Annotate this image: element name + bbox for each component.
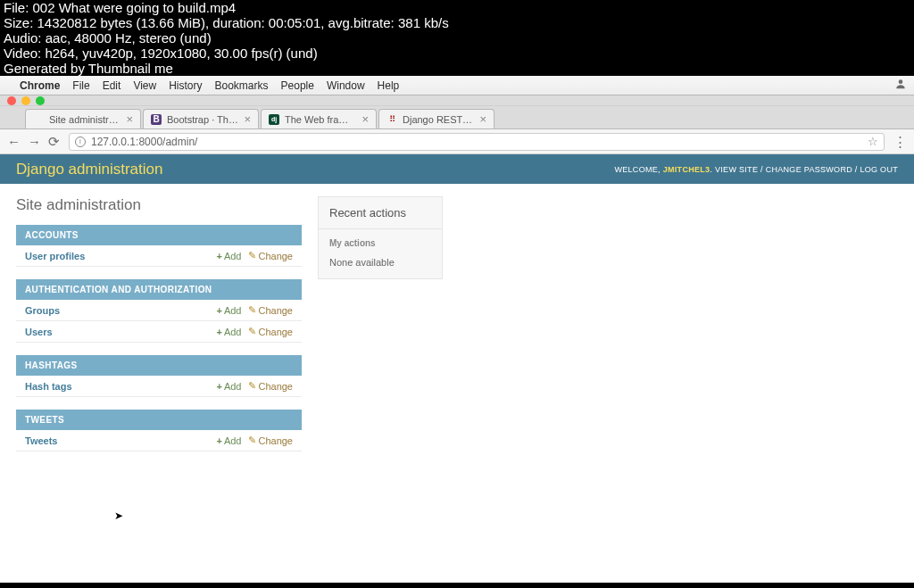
model-row-user-profiles: User profiles +Add ✎Change: [16, 245, 302, 267]
tab-strip: Site administration | Django a × B Boots…: [0, 106, 914, 129]
my-actions-label: My actions: [319, 229, 442, 257]
username: JMITCHEL3: [663, 165, 710, 174]
model-name-link[interactable]: Groups: [25, 305, 209, 316]
browser-menu-icon[interactable]: ⋮: [893, 134, 907, 150]
window-minimize-button[interactable]: [21, 96, 30, 105]
overlay-line-generator: Generated by Thumbnail me: [4, 61, 910, 76]
plus-icon: +: [216, 327, 221, 337]
window-close-button[interactable]: [7, 96, 16, 105]
browser-toolbar: ← → ⟳ i 127.0.0.1:8000/admin/ ☆ ⋮: [0, 129, 914, 154]
overlay-line-audio: Audio: aac, 48000 Hz, stereo (und): [4, 30, 910, 46]
tab-title: Bootstrap · The world's most: [167, 114, 238, 125]
module-header[interactable]: HASHTAGS: [16, 355, 302, 376]
model-row-groups: Groups +Add ✎Change: [16, 300, 302, 321]
model-row-hashtags: Hash tags +Add ✎Change: [16, 376, 302, 397]
browser-tab-bootstrap[interactable]: B Bootstrap · The world's most ×: [143, 109, 259, 128]
app-module-auth: AUTHENTICATION AND AUTHORIZATION Groups …: [16, 279, 302, 343]
menu-help[interactable]: Help: [378, 79, 400, 92]
model-name-link[interactable]: Tweets: [25, 435, 209, 446]
menu-window[interactable]: Window: [327, 79, 365, 92]
reload-button[interactable]: ⟳: [48, 134, 60, 150]
add-link[interactable]: +Add: [216, 251, 241, 261]
model-name-link[interactable]: Hash tags: [25, 381, 209, 392]
module-header[interactable]: TWEETS: [16, 410, 302, 430]
django-header: Django administration WELCOME, JMITCHEL3…: [0, 154, 914, 184]
recent-actions-header: Recent actions: [319, 197, 442, 229]
menu-file[interactable]: File: [72, 79, 89, 92]
model-name-link[interactable]: Users: [25, 327, 209, 337]
model-row-tweets: Tweets +Add ✎Change: [16, 430, 302, 451]
add-link[interactable]: +Add: [216, 435, 241, 446]
user-profile-icon[interactable]: [894, 78, 907, 93]
overlay-line-size: Size: 14320812 bytes (13.66 MiB), durati…: [4, 15, 910, 30]
model-row-users: Users +Add ✎Change: [16, 321, 302, 343]
plus-icon: +: [216, 381, 221, 392]
favicon-icon: ⠿: [386, 114, 397, 125]
welcome-text: WELCOME,: [614, 165, 662, 174]
menu-edit[interactable]: Edit: [103, 79, 121, 92]
app-module-hashtags: HASHTAGS Hash tags +Add ✎Change: [16, 355, 302, 397]
user-links: WELCOME, JMITCHEL3. VIEW SITE / CHANGE P…: [614, 165, 898, 174]
module-header[interactable]: ACCOUNTS: [16, 225, 302, 245]
close-icon[interactable]: ×: [126, 112, 133, 126]
close-icon[interactable]: ×: [479, 112, 486, 126]
svg-point-0: [899, 79, 903, 84]
change-link[interactable]: ✎Change: [248, 326, 293, 337]
back-button[interactable]: ←: [7, 134, 21, 150]
change-link[interactable]: ✎Change: [248, 435, 293, 446]
menu-people[interactable]: People: [281, 79, 314, 92]
overlay-line-video: Video: h264, yuv420p, 1920x1080, 30.00 f…: [4, 46, 910, 61]
recent-actions-module: Recent actions My actions None available: [318, 196, 443, 279]
main-column: Site administration ACCOUNTS User profil…: [16, 196, 302, 464]
favicon-icon: [33, 114, 44, 125]
pencil-icon: ✎: [248, 304, 256, 316]
menu-view[interactable]: View: [133, 79, 156, 92]
view-site-link[interactable]: VIEW SITE: [715, 165, 758, 174]
browser-tab-django-admin[interactable]: Site administration | Django a ×: [25, 109, 141, 128]
forward-button[interactable]: →: [28, 134, 41, 150]
favicon-icon: B: [151, 114, 162, 125]
bookmark-star-icon[interactable]: ☆: [868, 135, 878, 148]
logout-link[interactable]: LOG OUT: [860, 165, 898, 174]
pencil-icon: ✎: [248, 435, 256, 446]
change-link[interactable]: ✎Change: [248, 250, 293, 261]
menu-bookmarks[interactable]: Bookmarks: [215, 79, 269, 92]
django-admin-page: Django administration WELCOME, JMITCHEL3…: [0, 154, 914, 583]
pencil-icon: ✎: [248, 326, 256, 337]
module-header[interactable]: AUTHENTICATION AND AUTHORIZATION: [16, 279, 302, 300]
address-bar[interactable]: i 127.0.0.1:8000/admin/ ☆: [69, 133, 885, 151]
mac-menubar: Chrome File Edit View History Bookmarks …: [0, 76, 914, 95]
mouse-cursor-icon: ➤: [114, 509, 123, 522]
site-info-icon[interactable]: i: [75, 137, 86, 147]
change-password-link[interactable]: CHANGE PASSWORD: [766, 165, 852, 174]
menubar-app-name[interactable]: Chrome: [20, 79, 60, 92]
close-icon[interactable]: ×: [244, 112, 251, 126]
overlay-line-file: File: 002 What were going to build.mp4: [4, 0, 910, 15]
tab-title: Site administration | Django a: [49, 114, 120, 125]
browser-tab-drf[interactable]: ⠿ Django REST framework ×: [378, 109, 494, 128]
content-area: Site administration ACCOUNTS User profil…: [0, 184, 914, 476]
video-timestamp: 00:04:07: [859, 570, 908, 584]
change-link[interactable]: ✎Change: [248, 304, 293, 316]
tab-title: The Web framework for perfe: [285, 114, 356, 125]
sidebar-column: Recent actions My actions None available: [318, 196, 443, 464]
plus-icon: +: [216, 435, 221, 446]
window-maximize-button[interactable]: [36, 96, 45, 105]
django-brand[interactable]: Django administration: [16, 161, 162, 178]
menu-history[interactable]: History: [169, 79, 202, 92]
none-available-text: None available: [319, 257, 442, 278]
change-link[interactable]: ✎Change: [248, 380, 293, 392]
app-module-accounts: ACCOUNTS User profiles +Add ✎Change: [16, 225, 302, 267]
close-icon[interactable]: ×: [361, 112, 369, 126]
tab-title: Django REST framework: [403, 114, 474, 125]
plus-icon: +: [216, 251, 221, 261]
add-link[interactable]: +Add: [216, 305, 241, 316]
add-link[interactable]: +Add: [216, 327, 241, 337]
add-link[interactable]: +Add: [216, 381, 241, 392]
window-traffic-lights: [0, 95, 914, 106]
browser-tab-django[interactable]: dj The Web framework for perfe ×: [261, 109, 377, 128]
model-name-link[interactable]: User profiles: [25, 251, 209, 261]
plus-icon: +: [216, 305, 221, 316]
pencil-icon: ✎: [248, 380, 256, 392]
url-text: 127.0.0.1:8000/admin/: [91, 136, 197, 148]
